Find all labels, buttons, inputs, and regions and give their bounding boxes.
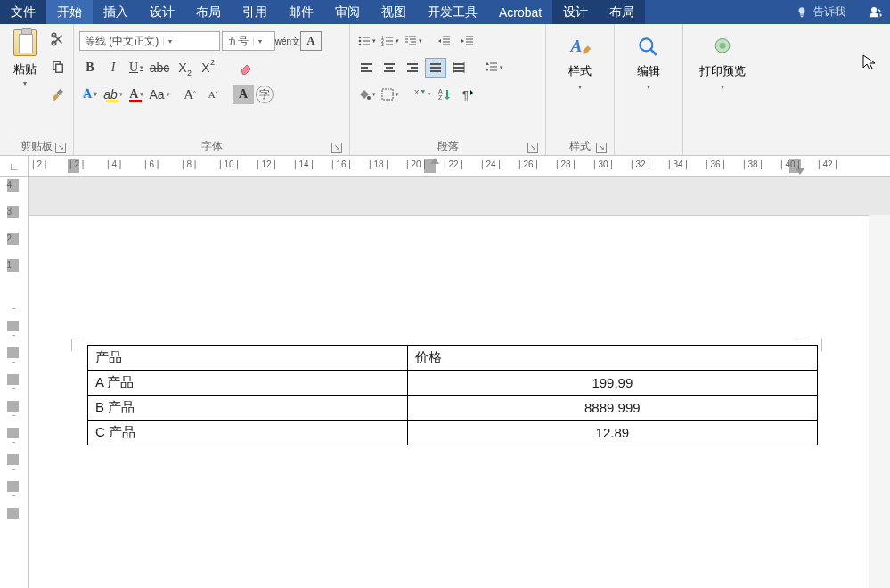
tab-home[interactable]: 开始 (46, 0, 93, 24)
increase-indent-button[interactable] (457, 31, 478, 51)
copy-icon (50, 60, 66, 76)
font-size-combo[interactable]: 五号▾ (222, 31, 275, 51)
paragraph-group-label: 段落 (437, 140, 459, 152)
cut-button[interactable] (48, 29, 68, 49)
group-font: 等线 (中文正文)▾ 五号▾ wén文 A B I U abc X2 X2 A … (74, 24, 350, 155)
tab-insert[interactable]: 插入 (93, 0, 139, 24)
text-direction-button[interactable]: X▾ (411, 85, 432, 104)
align-justify-button[interactable] (425, 58, 446, 78)
enclose-char-button[interactable]: 字 (256, 86, 274, 103)
share-button[interactable] (858, 0, 890, 24)
line-spacing-button[interactable]: ▾ (480, 58, 507, 78)
strikethrough-button[interactable]: abc (149, 58, 170, 78)
ruler-tick: | 38 | (743, 159, 763, 169)
svg-point-5 (358, 37, 361, 39)
numbering-button[interactable]: 123▾ (379, 31, 400, 51)
borders-button[interactable]: ▾ (379, 85, 400, 104)
paste-dropdown-icon[interactable]: ▾ (23, 79, 27, 87)
change-case-button[interactable]: Aa (149, 85, 170, 104)
tab-file[interactable]: 文件 (0, 0, 46, 24)
styles-button[interactable]: A 样式 ▾ (551, 28, 608, 91)
paint-bucket-icon (357, 87, 372, 102)
font-name-combo[interactable]: 等线 (中文正文)▾ (79, 31, 220, 51)
italic-button[interactable]: I (102, 58, 124, 78)
print-preview-label: 打印预览 (699, 63, 746, 79)
lightbulb-icon (796, 6, 808, 19)
edit-button[interactable]: 编辑 ▾ (620, 28, 677, 91)
grow-font-button[interactable]: Aˆ (179, 85, 200, 104)
tab-mailings[interactable]: 邮件 (278, 0, 324, 24)
ruler-row: ∟ | 2 || 2 || 4 || 6 || 8 || 10 || 12 ||… (0, 156, 890, 177)
ruler-tick: | 12 | (257, 159, 276, 169)
clipboard-dialog-launcher[interactable]: ↘ (55, 143, 66, 153)
svg-point-18 (640, 38, 652, 51)
styles-dialog-launcher[interactable]: ↘ (596, 143, 607, 153)
group-edit: 编辑 ▾ (615, 24, 683, 155)
decrease-indent-button[interactable] (434, 31, 455, 51)
tab-acrobat[interactable]: Acrobat (488, 0, 552, 24)
copy-button[interactable] (48, 58, 68, 78)
shading-button[interactable]: ▾ (355, 85, 377, 104)
tab-review[interactable]: 审阅 (324, 0, 371, 24)
tab-references[interactable]: 引用 (232, 0, 278, 24)
first-line-indent-marker[interactable] (430, 158, 439, 164)
tab-table-design[interactable]: 设计 (552, 0, 599, 24)
print-preview-icon (710, 35, 735, 60)
font-size-value: 五号 (223, 34, 253, 49)
bullets-button[interactable]: ▾ (355, 31, 377, 51)
highlight-button[interactable]: ab (102, 85, 124, 104)
underline-button[interactable]: U (126, 58, 147, 78)
font-dialog-launcher[interactable]: ↘ (331, 143, 342, 153)
align-left-button[interactable] (355, 58, 377, 78)
eraser-icon (239, 60, 255, 76)
ruler-tick: | 22 | (444, 159, 463, 169)
sort-button[interactable]: AZ (434, 85, 455, 104)
tab-table-layout[interactable]: 布局 (599, 0, 645, 24)
ribbon: 粘贴 ▾ 剪贴板↘ 等线 (中文正文)▾ 五号▾ wén文 A B (0, 24, 890, 156)
ruler-tick: | 4 | (107, 159, 121, 169)
ruler-tick: | 40 | (780, 159, 800, 169)
svg-point-6 (358, 40, 361, 43)
ruler-tick: | 34 | (668, 159, 688, 169)
ruler-tick: | 30 | (593, 159, 613, 169)
horizontal-ruler[interactable]: | 2 || 2 || 4 || 6 || 8 || 10 || 12 || 1… (29, 156, 890, 176)
phonetic-guide-button[interactable]: wén文 (277, 31, 298, 51)
char-shading-button[interactable]: A (233, 85, 254, 104)
superscript-button[interactable]: X2 (195, 58, 216, 78)
paste-label: 粘贴 (13, 61, 37, 78)
align-right-button[interactable] (402, 58, 423, 78)
tab-layout[interactable]: 布局 (185, 0, 232, 24)
pilcrow-icon: ¶ (461, 87, 475, 102)
shrink-font-button[interactable]: Aˇ (202, 85, 224, 104)
share-icon (866, 4, 882, 20)
ruler-tick: | 10 | (219, 159, 239, 169)
subscript-button[interactable]: X2 (172, 58, 193, 78)
scissors-icon (50, 31, 66, 47)
bold-button[interactable]: B (79, 58, 101, 78)
tab-view[interactable]: 视图 (371, 0, 417, 24)
distributed-button[interactable] (448, 58, 469, 78)
tell-me[interactable]: 告诉我 (783, 0, 858, 24)
show-marks-button[interactable]: ¶ (457, 85, 478, 104)
tab-design[interactable]: 设计 (139, 0, 185, 24)
font-color-button[interactable]: A (126, 85, 147, 104)
multilevel-list-button[interactable]: ▾ (402, 31, 423, 51)
tab-selector[interactable]: ∟ (0, 156, 29, 176)
svg-text:A: A (438, 88, 443, 94)
print-preview-button[interactable]: 打印预览 ▾ (689, 28, 756, 91)
paragraph-dialog-launcher[interactable]: ↘ (527, 143, 538, 153)
right-indent-marker[interactable] (796, 168, 804, 175)
clipboard-icon (13, 29, 37, 56)
tab-developer[interactable]: 开发工具 (417, 0, 488, 24)
text-effects-button[interactable]: A (79, 85, 101, 104)
ruler-tick: | 28 | (556, 159, 576, 169)
svg-point-7 (358, 44, 361, 46)
ruler-tick: | 14 | (294, 159, 314, 169)
character-border-button[interactable]: A (300, 31, 322, 51)
svg-text:X: X (414, 88, 420, 96)
align-center-button[interactable] (379, 58, 400, 78)
paste-button[interactable]: 粘贴 ▾ (5, 28, 45, 113)
clear-formatting-button[interactable] (236, 58, 257, 78)
format-painter-button[interactable] (48, 86, 68, 106)
svg-point-20 (720, 43, 726, 49)
